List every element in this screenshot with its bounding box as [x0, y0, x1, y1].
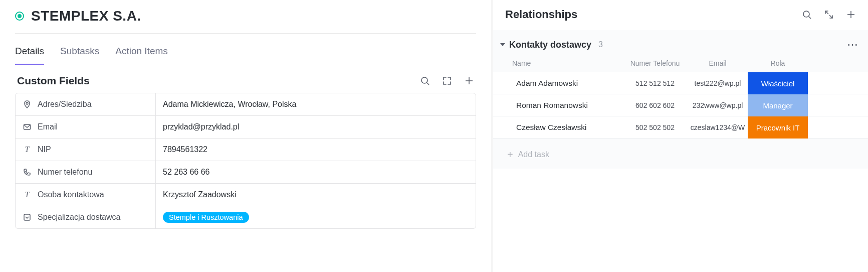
rel-name[interactable]: Adam Adamowski	[512, 79, 622, 88]
cf-label: Osoba kontaktowa	[38, 190, 104, 199]
th-phone[interactable]: Numer Telefonu	[622, 59, 688, 67]
cf-value[interactable]: 52 263 66 66	[156, 168, 476, 177]
cf-row[interactable]: Specjalizacja dostawca Stemple i Rusztow…	[16, 206, 476, 228]
rel-email[interactable]: czeslaw1234@W	[688, 123, 748, 131]
table-row[interactable]: Czesław Czesławski 502 502 502 czeslaw12…	[493, 116, 868, 139]
relationships-title: Relationships	[505, 8, 577, 21]
tab-details[interactable]: Details	[15, 46, 44, 65]
rel-phone[interactable]: 502 502 502	[622, 123, 688, 131]
more-icon[interactable]: ⋯	[847, 39, 858, 50]
cf-row[interactable]: Email przyklad@przyklad.pl	[16, 116, 476, 139]
svg-rect-6	[24, 214, 30, 220]
cf-value[interactable]: Stemple i Rusztowania	[156, 212, 476, 223]
svg-point-4	[26, 102, 28, 104]
dropdown-icon	[23, 213, 32, 222]
add-task-label: Add task	[518, 150, 549, 159]
location-icon	[23, 100, 32, 109]
cf-label: Numer telefonu	[38, 168, 92, 177]
plus-icon: +	[507, 150, 513, 160]
cf-row[interactable]: T Osoba kontaktowa Krzysztof Zaadowski	[16, 184, 476, 206]
rel-name[interactable]: Czesław Czesławski	[512, 123, 622, 132]
rel-name[interactable]: Roman Romanowski	[512, 101, 622, 110]
add-task-button[interactable]: + Add task	[493, 139, 868, 160]
cf-label: Specjalizacja dostawca	[38, 213, 120, 222]
phone-icon	[23, 168, 32, 177]
svg-point-7	[803, 11, 809, 17]
svg-line-10	[829, 15, 832, 18]
page-title[interactable]: STEMPLEX S.A.	[31, 8, 141, 24]
text-icon: T	[23, 190, 32, 199]
tab-action-items[interactable]: Action Items	[115, 46, 168, 65]
rel-email[interactable]: test222@wp.pl	[688, 79, 748, 87]
rel-group-count: 3	[598, 40, 603, 49]
search-icon[interactable]	[420, 76, 430, 86]
cf-value[interactable]: 7894561322	[156, 145, 476, 154]
expand-icon[interactable]	[442, 76, 452, 86]
record-status-icon	[15, 12, 24, 21]
th-role[interactable]: Rola	[748, 59, 808, 67]
cf-value[interactable]: Adama Mickiewicza, Wrocław, Polska	[156, 100, 476, 109]
rel-role[interactable]: Właściciel	[748, 72, 808, 94]
svg-line-1	[427, 83, 429, 85]
cf-row[interactable]: Numer telefonu 52 263 66 66	[16, 161, 476, 184]
record-title-row: STEMPLEX S.A.	[15, 8, 476, 34]
cf-row[interactable]: Adres/Siedziba Adama Mickiewicza, Wrocła…	[16, 93, 476, 116]
svg-line-8	[809, 17, 811, 19]
tag-specialization[interactable]: Stemple i Rusztowania	[163, 212, 249, 223]
email-icon	[23, 122, 32, 131]
search-icon[interactable]	[802, 10, 812, 20]
rel-group-title[interactable]: Kontakty dostawcy	[509, 40, 591, 50]
th-name[interactable]: Name	[512, 59, 622, 67]
rel-role[interactable]: Pracownik IT	[748, 116, 808, 139]
cf-row[interactable]: T NIP 7894561322	[16, 139, 476, 161]
custom-fields-title: Custom Fields	[17, 75, 90, 87]
rel-phone[interactable]: 602 602 602	[622, 101, 688, 109]
cf-label: Email	[38, 122, 58, 131]
tabs: Details Subtasks Action Items	[15, 34, 476, 66]
custom-fields-table: Adres/Siedziba Adama Mickiewicza, Wrocła…	[15, 93, 476, 229]
cf-label: Adres/Siedziba	[38, 100, 92, 109]
relationships-table: Name Numer Telefonu Email Rola Adam Adam…	[493, 55, 868, 139]
add-icon[interactable]	[846, 10, 856, 20]
table-row[interactable]: Roman Romanowski 602 602 602 232www@wp.p…	[493, 94, 868, 116]
cf-value[interactable]: Krzysztof Zaadowski	[156, 190, 476, 199]
table-row[interactable]: Adam Adamowski 512 512 512 test222@wp.pl…	[493, 72, 868, 94]
th-email[interactable]: Email	[688, 59, 748, 67]
rel-phone[interactable]: 512 512 512	[622, 79, 688, 87]
add-icon[interactable]	[464, 76, 474, 86]
expand-icon[interactable]	[824, 10, 834, 20]
cf-value[interactable]: przyklad@przyklad.pl	[156, 122, 476, 131]
text-icon: T	[23, 145, 32, 154]
cf-label: NIP	[38, 145, 51, 154]
chevron-down-icon[interactable]	[500, 43, 505, 46]
rel-role[interactable]: Manager	[748, 94, 808, 116]
svg-point-0	[421, 77, 427, 83]
svg-line-9	[825, 11, 828, 14]
tab-subtasks[interactable]: Subtasks	[60, 46, 99, 65]
rel-email[interactable]: 232www@wp.pl	[688, 101, 748, 109]
